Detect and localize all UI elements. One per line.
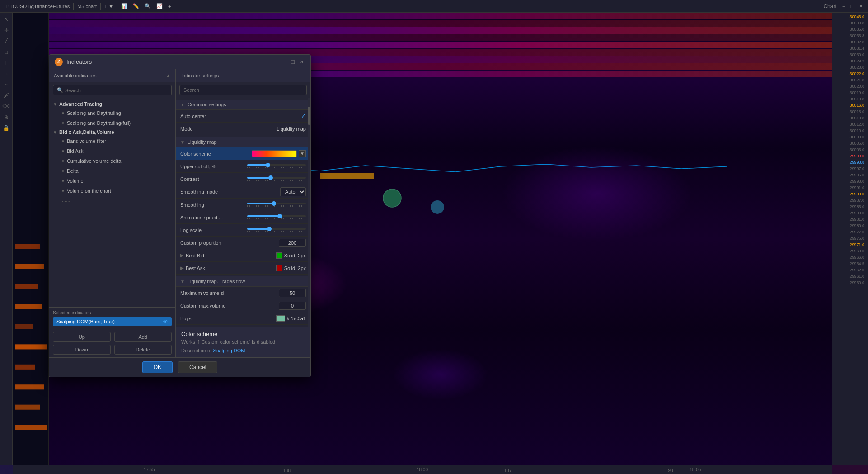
common-settings-header[interactable]: ▼ Common settings bbox=[176, 100, 310, 110]
upper-cutoff-slider[interactable] bbox=[247, 164, 306, 168]
buys-color[interactable] bbox=[276, 315, 285, 322]
best-ask-value[interactable]: Solid; 2px bbox=[247, 265, 306, 271]
best-bid-expand[interactable]: ▶ Best Bid bbox=[180, 253, 247, 258]
zoom-btn[interactable]: 🔍 bbox=[142, 2, 154, 10]
delete-button[interactable]: Delete bbox=[114, 345, 172, 355]
maximize-btn[interactable]: □ bbox=[849, 2, 856, 10]
slider-thumb[interactable] bbox=[267, 227, 272, 231]
slider-thumb[interactable] bbox=[277, 214, 282, 218]
dialog-minimize-btn[interactable]: − bbox=[281, 59, 287, 65]
scroll-thumb[interactable] bbox=[308, 107, 310, 125]
indicator-scalping-daytrading[interactable]: • Scalping and Daytrading bbox=[49, 108, 175, 118]
eraser-tool-icon[interactable]: ⌫ bbox=[1, 101, 11, 111]
indicator-bid-ask[interactable]: • Bid Ask bbox=[49, 146, 175, 156]
animation-speed-label: Animation speed,... bbox=[180, 215, 247, 220]
scalping-dom-link[interactable]: Scalping DOM bbox=[213, 348, 245, 353]
add-btn[interactable]: + bbox=[165, 3, 174, 10]
ok-button[interactable]: OK bbox=[142, 361, 173, 373]
smoothing-mode-value[interactable]: Auto bbox=[247, 187, 306, 196]
custom-proportion-value[interactable] bbox=[247, 239, 306, 247]
contrast-slider[interactable] bbox=[247, 177, 306, 181]
up-button[interactable]: Up bbox=[53, 332, 111, 342]
fibonacci-tool-icon[interactable]: ∼ bbox=[1, 80, 11, 90]
scroll-up-icon[interactable]: ▲ bbox=[166, 73, 171, 78]
line-tool-icon[interactable]: ╱ bbox=[1, 36, 11, 46]
count-label-2: 137 bbox=[504, 468, 512, 473]
log-scale-value[interactable] bbox=[247, 228, 306, 232]
close-btn[interactable]: × bbox=[858, 2, 864, 10]
best-ask-color[interactable] bbox=[276, 265, 282, 271]
rectangle-tool-icon[interactable]: □ bbox=[1, 47, 11, 57]
crosshair-icon[interactable]: ✛ bbox=[1, 25, 11, 35]
minimize-btn[interactable]: − bbox=[840, 2, 847, 10]
lock-tool-icon[interactable]: 🔒 bbox=[1, 123, 11, 133]
auto-center-value[interactable]: ✓ bbox=[247, 113, 306, 119]
visibility-toggle-icon[interactable]: 👁 bbox=[163, 319, 168, 324]
slider-thumb[interactable] bbox=[266, 163, 270, 167]
upper-cutoff-value[interactable] bbox=[247, 164, 306, 168]
left-search-box[interactable]: 🔍 bbox=[53, 85, 172, 95]
symbol-label[interactable]: BTCUSDT@BinanceFutures bbox=[4, 3, 72, 10]
brush-tool-icon[interactable]: 🖌 bbox=[1, 90, 11, 100]
dialog-maximize-btn[interactable]: □ bbox=[290, 59, 296, 65]
max-volume-value[interactable] bbox=[247, 289, 306, 297]
left-panel-header: Available indicators ▲ bbox=[49, 69, 175, 82]
measure-tool-icon[interactable]: ↔ bbox=[1, 69, 11, 79]
timeframe-label[interactable]: M5 chart bbox=[75, 3, 99, 10]
custom-max-volume-value[interactable] bbox=[247, 302, 306, 310]
best-bid-value[interactable]: Solid; 2px bbox=[247, 252, 306, 259]
color-scheme-row[interactable]: Color scheme ▼ bbox=[176, 147, 310, 160]
indicator-volume-on-chart[interactable]: • Volume on the chart bbox=[49, 186, 175, 196]
best-bid-color[interactable] bbox=[276, 252, 282, 259]
log-scale-slider[interactable] bbox=[247, 228, 306, 232]
max-volume-input[interactable] bbox=[279, 289, 306, 297]
right-panel: Indicator settings ▼ Common settings Aut… bbox=[176, 69, 310, 357]
dialog-close-btn[interactable]: × bbox=[299, 59, 305, 65]
magnet-tool-icon[interactable]: ⊕ bbox=[1, 112, 11, 122]
color-scheme-value[interactable]: ▼ bbox=[247, 150, 306, 157]
color-dropdown-btn[interactable]: ▼ bbox=[299, 150, 306, 157]
liquidity-map-header[interactable]: ▼ Liquidity map bbox=[176, 137, 310, 147]
slider-thumb[interactable] bbox=[268, 175, 273, 180]
chart-style-btn[interactable]: 📈 bbox=[154, 2, 165, 10]
settings-search-input[interactable] bbox=[179, 85, 307, 95]
slider-fill bbox=[247, 177, 271, 179]
animation-speed-value[interactable] bbox=[247, 215, 306, 219]
left-search-input[interactable] bbox=[65, 88, 168, 93]
best-bid-row[interactable]: ▶ Best Bid Solid; 2px bbox=[176, 249, 310, 262]
buys-value[interactable]: #75c0a1 bbox=[247, 315, 306, 322]
smoothing-slider[interactable] bbox=[247, 203, 306, 207]
custom-proportion-input[interactable] bbox=[279, 239, 306, 247]
trades-flow-header[interactable]: ▼ Liquidity map. Trades flow bbox=[176, 276, 310, 287]
color-gradient-bar[interactable] bbox=[252, 150, 297, 157]
contrast-value[interactable] bbox=[247, 177, 306, 181]
category-label: Bid x Ask,Delta,Volume bbox=[59, 129, 114, 135]
indicators-btn[interactable]: 📊 bbox=[118, 2, 130, 10]
dot-icon: • bbox=[62, 177, 64, 185]
indicator-delta[interactable]: • Delta bbox=[49, 166, 175, 176]
draw-btn[interactable]: ✏️ bbox=[130, 2, 142, 10]
dot-icon: • bbox=[62, 119, 64, 127]
custom-max-volume-input[interactable] bbox=[279, 302, 306, 310]
cursor-tool-icon[interactable]: ↖ bbox=[1, 14, 11, 24]
smoothing-value[interactable] bbox=[247, 203, 306, 207]
down-button[interactable]: Down bbox=[53, 345, 111, 355]
settings-scroll-area[interactable]: ▼ Common settings Auto-center ✓ Mode Liq… bbox=[176, 98, 310, 327]
cancel-button[interactable]: Cancel bbox=[178, 361, 217, 373]
best-ask-row[interactable]: ▶ Best Ask Solid; 2px bbox=[176, 262, 310, 275]
text-tool-icon[interactable]: T bbox=[1, 58, 11, 68]
indicator-scalping-daytrading-full[interactable]: • Scalping and Daytrading(full) bbox=[49, 118, 175, 128]
category-bid-ask-delta-volume[interactable]: ▼ Bid x Ask,Delta,Volume bbox=[49, 128, 175, 136]
smoothing-mode-select[interactable]: Auto bbox=[280, 187, 306, 196]
indicator-bars-volume-filter[interactable]: • Bar's volume filter bbox=[49, 136, 175, 146]
add-button[interactable]: Add bbox=[114, 332, 172, 342]
best-ask-expand[interactable]: ▶ Best Ask bbox=[180, 265, 247, 271]
selected-indicator-item[interactable]: Scalping DOM(Bars, True) 👁 bbox=[53, 317, 172, 326]
slider-thumb[interactable] bbox=[272, 201, 276, 206]
chart-type-btn[interactable]: 1 ▼ bbox=[102, 3, 116, 10]
ellipsis: ...... bbox=[62, 197, 70, 203]
indicator-volume[interactable]: • Volume bbox=[49, 176, 175, 186]
indicator-cumulative-volume-delta[interactable]: • Cumulative volume delta bbox=[49, 156, 175, 166]
animation-speed-slider[interactable] bbox=[247, 215, 306, 219]
category-advanced-trading[interactable]: ▼ Advanced Trading bbox=[49, 100, 175, 108]
